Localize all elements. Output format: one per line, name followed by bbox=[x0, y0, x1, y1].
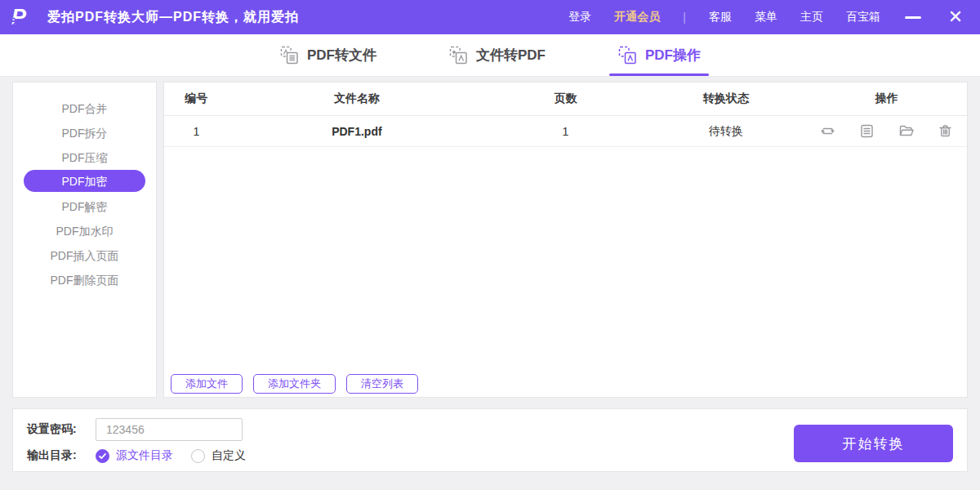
conversion-settings-panel: 设置密码: 输出目录: 源文件目录 自定义 开始转换 bbox=[12, 408, 968, 472]
radio-label: 自定义 bbox=[212, 448, 246, 463]
menu-item-home[interactable]: 主页 bbox=[800, 10, 823, 24]
output-dir-label: 输出目录: bbox=[27, 448, 96, 463]
tab-label: PDF操作 bbox=[645, 46, 701, 65]
tab-file-to-pdf[interactable]: 文件转PDF bbox=[443, 34, 550, 76]
minimize-icon bbox=[905, 16, 921, 19]
app-window: P 爱拍PDF转换大师—PDF转换，就用爱拍 登录 开通会员 | 客服 菜单 主… bbox=[0, 0, 980, 490]
logo-arrow-icon bbox=[8, 16, 20, 27]
tab-pdf-operations[interactable]: PDF操作 bbox=[612, 34, 706, 76]
radio-custom-folder[interactable]: 自定义 bbox=[191, 448, 246, 463]
sidebar: PDF合并 PDF拆分 PDF压缩 PDF加密 PDF解密 PDF加水印 PDF… bbox=[12, 82, 157, 398]
col-header-pages: 页数 bbox=[485, 91, 646, 106]
col-header-actions: 操作 bbox=[806, 91, 967, 106]
title-bar: P 爱拍PDF转换大师—PDF转换，就用爱拍 登录 开通会员 | 客服 菜单 主… bbox=[0, 0, 980, 34]
open-folder-icon[interactable] bbox=[898, 122, 915, 140]
col-header-filename: 文件名称 bbox=[229, 91, 486, 106]
sidebar-item-pdf-watermark[interactable]: PDF加水印 bbox=[24, 219, 145, 243]
tab-label: 文件转PDF bbox=[476, 46, 546, 65]
radio-label: 源文件目录 bbox=[116, 448, 173, 463]
preview-icon[interactable] bbox=[858, 122, 875, 140]
row-pages: 1 bbox=[485, 125, 646, 138]
titlebar-menu: 登录 开通会员 | 客服 菜单 主页 百宝箱 ✕ bbox=[568, 7, 980, 27]
row-filename: PDF1.pdf bbox=[229, 125, 486, 138]
add-file-button[interactable]: 添加文件 bbox=[171, 374, 243, 394]
convert-icon[interactable] bbox=[819, 122, 836, 140]
col-header-status: 转换状态 bbox=[646, 91, 807, 106]
col-header-number: 编号 bbox=[164, 91, 229, 106]
minimize-button[interactable] bbox=[903, 7, 923, 27]
row-status-badge: 待转换 bbox=[646, 124, 807, 139]
pdf-to-file-icon bbox=[279, 45, 300, 65]
menu-item-toolbox[interactable]: 百宝箱 bbox=[846, 10, 880, 24]
menu-item-support[interactable]: 客服 bbox=[709, 10, 732, 24]
login-link[interactable]: 登录 bbox=[568, 10, 591, 24]
main-tab-bar: PDF转文件 文件转PDF PDF操作 bbox=[0, 34, 980, 77]
sidebar-item-pdf-compress[interactable]: PDF压缩 bbox=[24, 145, 145, 170]
file-to-pdf-icon bbox=[448, 45, 469, 65]
start-convert-button[interactable]: 开始转换 bbox=[794, 425, 953, 462]
delete-icon[interactable] bbox=[937, 122, 954, 140]
sidebar-item-pdf-decrypt[interactable]: PDF解密 bbox=[24, 194, 145, 219]
vip-link[interactable]: 开通会员 bbox=[614, 10, 660, 24]
sidebar-item-pdf-encrypt[interactable]: PDF加密 bbox=[24, 170, 145, 192]
app-title: 爱拍PDF转换大师—PDF转换，就用爱拍 bbox=[47, 9, 299, 26]
sidebar-item-pdf-insert-pages[interactable]: PDF插入页面 bbox=[24, 243, 145, 268]
radio-source-folder[interactable]: 源文件目录 bbox=[96, 448, 173, 463]
sidebar-item-pdf-split[interactable]: PDF拆分 bbox=[24, 121, 145, 145]
table-header: 编号 文件名称 页数 转换状态 操作 bbox=[164, 82, 967, 116]
pdf-operations-icon bbox=[617, 45, 638, 65]
menu-item-menu[interactable]: 菜单 bbox=[755, 10, 777, 24]
tab-pdf-to-file[interactable]: PDF转文件 bbox=[274, 34, 381, 76]
radio-unchecked-icon bbox=[191, 449, 205, 463]
password-label: 设置密码: bbox=[27, 422, 96, 437]
tab-label: PDF转文件 bbox=[307, 46, 376, 65]
menu-separator: | bbox=[683, 11, 686, 24]
add-folder-button[interactable]: 添加文件夹 bbox=[253, 374, 336, 394]
row-actions bbox=[806, 122, 967, 140]
sidebar-item-pdf-delete-pages[interactable]: PDF删除页面 bbox=[24, 268, 145, 292]
table-row: 1 PDF1.pdf 1 待转换 bbox=[164, 116, 967, 147]
close-button[interactable]: ✕ bbox=[946, 7, 965, 27]
list-action-buttons: 添加文件 添加文件夹 清空列表 bbox=[171, 374, 418, 394]
row-number: 1 bbox=[164, 125, 229, 138]
password-input[interactable] bbox=[96, 418, 243, 441]
sidebar-item-pdf-merge[interactable]: PDF合并 bbox=[24, 96, 145, 121]
file-list-panel: 编号 文件名称 页数 转换状态 操作 1 PDF1.pdf 1 待转换 bbox=[163, 82, 968, 398]
clear-list-button[interactable]: 清空列表 bbox=[346, 374, 418, 394]
radio-checked-icon bbox=[96, 449, 109, 463]
app-logo: P bbox=[0, 0, 38, 34]
close-icon: ✕ bbox=[948, 8, 963, 26]
